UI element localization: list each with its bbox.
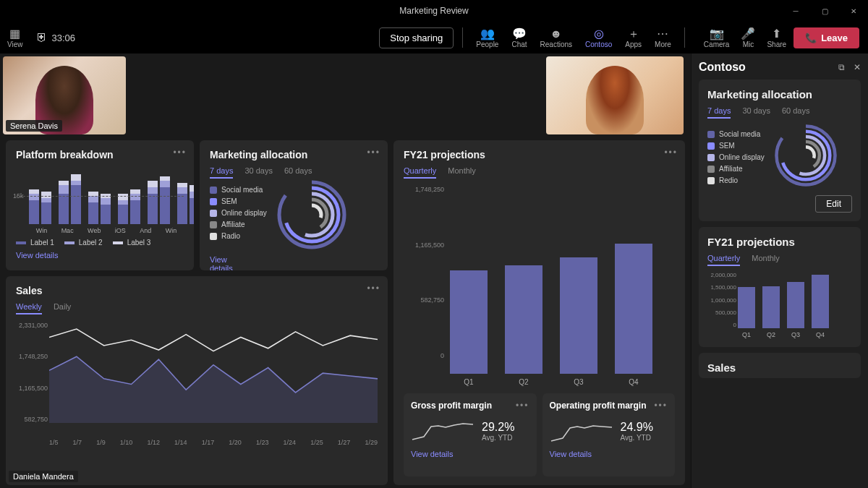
view-details-link[interactable]: View details — [210, 255, 239, 270]
grid-icon: ▦ — [9, 27, 20, 40]
meeting-toolbar: ▦ View ⛨ 33:06 Stop sharing 👥People 💬Cha… — [0, 22, 868, 53]
plus-icon: ＋ — [628, 27, 639, 40]
fy21-tabs: QuarterlyMonthly — [404, 166, 675, 179]
video-tile-participant[interactable]: Serena Davis — [3, 56, 126, 134]
platform-chart: 15k — [16, 168, 184, 224]
svg-point-9 — [797, 147, 814, 163]
contoso-app-button[interactable]: ◎Contoso — [581, 27, 616, 48]
svg-point-4 — [302, 205, 321, 224]
panel-alloc-tabs: 7 days30 days60 days — [707, 106, 852, 119]
legend-item: Online display — [210, 209, 267, 217]
panel-sales-card: Sales — [699, 353, 861, 378]
tab[interactable]: Daily — [54, 302, 71, 314]
self-name: Daniela Mandera — [9, 471, 78, 482]
card-menu-button[interactable]: ••• — [664, 147, 678, 158]
stop-sharing-button[interactable]: Stop sharing — [379, 27, 454, 48]
popout-icon[interactable]: ⧉ — [838, 62, 845, 72]
platform-x-axis: WinMacWebiOSAndWin — [16, 227, 184, 234]
fy21-x-axis: Q1Q2Q3Q4 — [404, 378, 675, 386]
leave-button[interactable]: 📞Leave — [793, 27, 859, 48]
legend-item: Affiliate — [707, 165, 765, 173]
spark-chart — [411, 416, 476, 445]
card-title: FY21 projections — [404, 149, 675, 160]
reactions-icon: ☻ — [550, 27, 562, 40]
tab[interactable]: 60 days — [782, 106, 810, 119]
share-button[interactable]: ⬆Share — [762, 27, 791, 48]
edit-button[interactable]: Edit — [815, 195, 852, 213]
panel-title: Contoso — [699, 61, 746, 74]
sales-chart: 2,331,0001,748,2501,165,500582,750 — [16, 322, 378, 436]
close-icon[interactable]: ✕ — [854, 62, 861, 72]
reactions-button[interactable]: ☻Reactions — [536, 27, 576, 48]
tab[interactable]: 30 days — [742, 106, 770, 119]
mic-button[interactable]: 🎤Mic — [736, 27, 760, 48]
platform-breakdown-card: Platform breakdown ••• 15k WinMacWebiOSA… — [6, 140, 194, 270]
dashboard: Platform breakdown ••• 15k WinMacWebiOSA… — [6, 140, 685, 485]
tab[interactable]: Monthly — [752, 254, 780, 266]
people-icon: 👥 — [480, 27, 495, 40]
legend-item: Social media — [210, 186, 267, 194]
card-menu-button[interactable]: ••• — [516, 401, 529, 411]
panel-radial-chart — [773, 123, 838, 188]
app-icon: ◎ — [594, 27, 604, 40]
tab[interactable]: Monthly — [448, 166, 476, 179]
svg-point-1 — [285, 188, 339, 241]
view-details-link[interactable]: View details — [16, 251, 59, 260]
chat-icon: 💬 — [512, 27, 527, 40]
card-menu-button[interactable]: ••• — [367, 283, 380, 294]
allocation-legend: Social mediaSEMOnline displayAffiliateRa… — [210, 186, 267, 240]
more-icon: ⋯ — [657, 27, 668, 40]
meeting-timer: ⛨ 33:06 — [36, 31, 76, 44]
card-title: Sales — [16, 285, 378, 296]
panel-allocation-card: Marketing allocation 7 days30 days60 day… — [699, 80, 861, 221]
tab[interactable]: 7 days — [707, 106, 731, 119]
share-icon: ⬆ — [772, 27, 781, 40]
mic-icon: 🎤 — [741, 27, 755, 40]
more-button[interactable]: ⋯More — [650, 27, 676, 48]
spark-chart — [550, 416, 615, 445]
video-tile-participant[interactable] — [546, 56, 684, 134]
maximize-button[interactable]: ▢ — [810, 0, 839, 22]
tab[interactable]: Weekly — [16, 302, 42, 314]
card-title: Platform breakdown — [16, 149, 184, 160]
tab[interactable]: 30 days — [244, 166, 273, 179]
sales-x-axis: 1/51/71/91/101/121/141/171/201/231/241/2… — [16, 439, 378, 446]
view-details-link[interactable]: View details — [550, 450, 592, 458]
svg-point-6 — [782, 132, 830, 180]
chat-button[interactable]: 💬Chat — [507, 27, 531, 48]
tab[interactable]: Quarterly — [707, 254, 740, 266]
panel-fy21-card: FY21 projections QuarterlyMonthly 2,000,… — [699, 227, 861, 347]
minimize-button[interactable]: ─ — [781, 0, 810, 22]
card-title: Marketing allocation — [210, 149, 378, 160]
sales-tabs: WeeklyDaily — [16, 302, 378, 314]
people-button[interactable]: 👥People — [472, 27, 503, 48]
gross-margin-card: Gross profit margin ••• 29.2%Avg. YTD Vi… — [404, 393, 537, 476]
tab[interactable]: 7 days — [210, 166, 233, 179]
legend-item: SEM — [210, 197, 267, 205]
camera-off-icon: 📷 — [710, 27, 724, 40]
window-title: Marketing Review — [399, 6, 468, 16]
legend-item: Radio — [210, 232, 267, 240]
panel-alloc-legend: Social mediaSEMOnline displayAffiliateRe… — [707, 130, 765, 184]
panel-fy21-chart: 2,000,0001,500,0001,000,000500,0000 — [707, 272, 852, 328]
participant-name: Serena Davis — [6, 120, 62, 132]
apps-button[interactable]: ＋Apps — [621, 27, 646, 48]
sales-card: Sales ••• WeeklyDaily 2,331,0001,748,250… — [6, 276, 388, 485]
card-menu-button[interactable]: ••• — [654, 401, 668, 411]
hangup-icon: 📞 — [805, 33, 817, 43]
tab[interactable]: 60 days — [284, 166, 312, 179]
platform-legend: Label 1Label 2Label 3 — [16, 239, 184, 247]
view-details-link[interactable]: View details — [411, 450, 454, 458]
card-menu-button[interactable]: ••• — [367, 147, 380, 158]
tab[interactable]: Quarterly — [404, 166, 436, 179]
legend-item: Online display — [707, 153, 765, 161]
meeting-stage: Serena Davis Daniela Mandera Platform br… — [0, 53, 691, 488]
allocation-tabs: 7 days30 days60 days — [210, 166, 378, 179]
operating-margin-card: Operating profit margin ••• 24.9%Avg. YT… — [542, 393, 676, 476]
legend-item: Affiliate — [210, 221, 267, 228]
close-button[interactable]: ✕ — [839, 0, 868, 22]
card-menu-button[interactable]: ••• — [173, 147, 187, 158]
camera-button[interactable]: 📷Camera — [699, 27, 734, 48]
participant-avatar — [586, 66, 644, 134]
view-button[interactable]: ▦ View — [3, 27, 27, 48]
